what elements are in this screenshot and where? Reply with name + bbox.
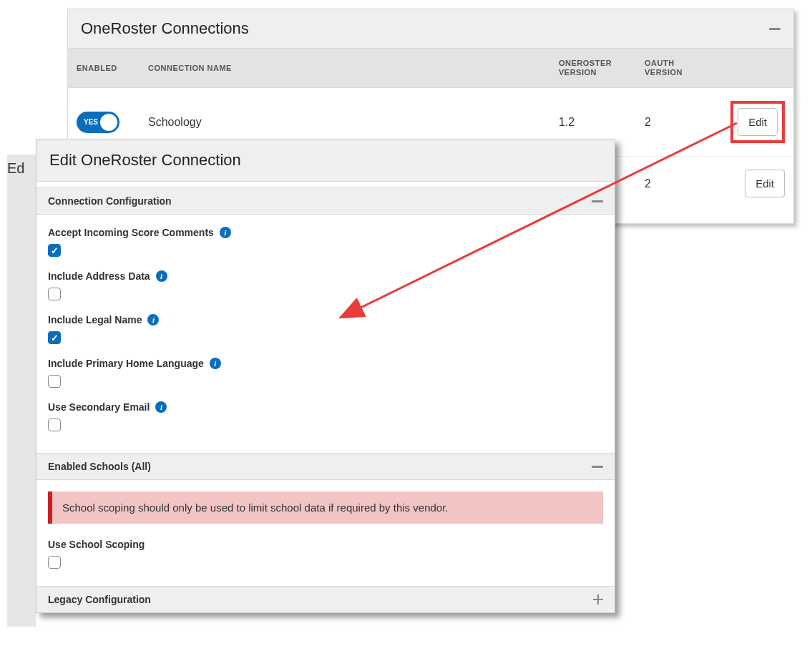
toggle-label: YES	[84, 118, 98, 126]
col-actions	[715, 49, 793, 88]
info-icon[interactable]: i	[220, 227, 231, 238]
section-title: Connection Configuration	[48, 195, 172, 207]
option-label: Use Secondary Email i	[48, 401, 167, 413]
oauth-version: 2	[636, 157, 715, 224]
section-legacy-configuration[interactable]: Legacy Configuration	[36, 586, 615, 612]
info-icon[interactable]: i	[155, 401, 167, 413]
option-include-address-data: Include Address Data i	[48, 270, 603, 300]
collapse-icon[interactable]	[592, 466, 603, 468]
oauth-version: 2	[636, 88, 715, 157]
option-use-school-scoping: Use School Scoping	[48, 538, 603, 569]
option-include-legal-name: Include Legal Name i ✓	[48, 313, 603, 344]
option-label: Include Address Data i	[48, 270, 167, 282]
edit-button[interactable]: Edit	[745, 170, 785, 197]
option-label: Use School Scoping	[48, 539, 145, 550]
checkbox-include-primary-home-language[interactable]	[48, 375, 61, 388]
section-connection-configuration[interactable]: Connection Configuration	[36, 187, 615, 215]
school-scoping-alert: School scoping should only be used to li…	[48, 491, 603, 524]
enabled-toggle[interactable]: YES	[77, 112, 119, 133]
section-enabled-schools[interactable]: Enabled Schools (All)	[36, 453, 615, 480]
section-title: Enabled Schools (All)	[48, 461, 151, 472]
edit-highlight: Edit	[730, 101, 785, 143]
edit-button[interactable]: Edit	[738, 108, 778, 136]
option-accept-score-comments: Accept Incoming Score Comments i ✓	[48, 226, 603, 257]
col-name: CONNECTION NAME	[140, 49, 550, 88]
schools-section-body: School scoping should only be used to li…	[36, 480, 615, 586]
option-label: Include Legal Name i	[48, 314, 159, 326]
edit-connection-modal: Edit OneRoster Connection Connection Con…	[36, 139, 615, 613]
panel-title: OneRoster Connections	[81, 19, 249, 38]
option-use-secondary-email: Use Secondary Email i	[48, 401, 603, 431]
col-enabled: ENABLED	[68, 49, 140, 88]
option-label: Accept Incoming Score Comments i	[48, 227, 231, 238]
modal-title: Edit OneRoster Connection	[49, 151, 602, 170]
collapse-icon[interactable]	[769, 28, 781, 30]
checkbox-accept-score-comments[interactable]: ✓	[48, 244, 61, 257]
checkbox-include-address-data[interactable]	[48, 288, 61, 300]
info-icon[interactable]: i	[147, 314, 159, 326]
modal-header: Edit OneRoster Connection	[36, 140, 615, 182]
option-label: Include Primary Home Language i	[48, 358, 221, 369]
section-title: Legacy Configuration	[48, 594, 151, 605]
col-oauth-version: OAUTH VERSION	[636, 49, 715, 88]
bg-strip-text: Ed	[7, 160, 24, 176]
config-section-body: Accept Incoming Score Comments i ✓ Inclu…	[36, 215, 615, 453]
info-icon[interactable]: i	[210, 358, 221, 369]
background-strip: Ed	[7, 155, 36, 627]
col-oneroster-version: ONEROSTER VERSION	[550, 49, 636, 88]
info-icon[interactable]: i	[156, 270, 167, 282]
expand-icon[interactable]	[593, 594, 603, 604]
checkbox-use-secondary-email[interactable]	[48, 418, 61, 431]
option-include-primary-home-language: Include Primary Home Language i	[48, 357, 603, 388]
panel-header: OneRoster Connections	[68, 9, 793, 49]
collapse-icon[interactable]	[592, 200, 603, 202]
checkbox-include-legal-name[interactable]: ✓	[48, 331, 61, 344]
checkbox-use-school-scoping[interactable]	[48, 556, 61, 569]
